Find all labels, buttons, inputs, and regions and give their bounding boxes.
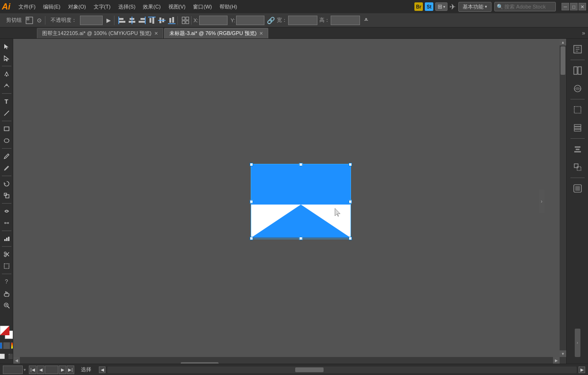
scroll-track-v[interactable] — [560, 45, 566, 350]
tabs-collapse-icon[interactable]: » — [579, 30, 588, 36]
close-button[interactable]: ✕ — [579, 3, 586, 10]
svg-rect-11 — [149, 18, 151, 23]
direct-selection-tool-btn[interactable] — [0, 53, 13, 64]
warp-tool-btn[interactable] — [0, 205, 13, 217]
menu-item-select[interactable]: 选择(S) — [115, 2, 139, 11]
rotate-tool-btn[interactable] — [0, 178, 13, 189]
menu-item-view[interactable]: 视图(V) — [165, 2, 189, 11]
scroll-right-btn[interactable]: ▶ — [553, 357, 560, 364]
svg-point-24 — [6, 75, 7, 77]
ellipse-tool-btn[interactable] — [0, 135, 13, 146]
isolate-group-icon[interactable]: ⊙ — [35, 16, 44, 25]
status-scroll-thumb[interactable] — [295, 367, 324, 372]
pencil-tool-btn[interactable] — [0, 151, 13, 162]
draw-behind-icon[interactable]: ⬛ — [7, 352, 13, 360]
scissors-tool-btn[interactable] — [0, 249, 13, 260]
width-input[interactable]: 268.976 — [288, 16, 317, 25]
scroll-left-btn[interactable]: ◀ — [13, 357, 20, 364]
menu-item-help[interactable]: 帮助(H) — [216, 2, 240, 11]
tab-file1-close[interactable]: ✕ — [154, 31, 158, 36]
align-left-icon[interactable] — [118, 16, 126, 25]
nav-next-btn[interactable]: ▶ — [59, 366, 66, 374]
align-right-icon[interactable] — [138, 16, 146, 25]
scroll-thumb-v[interactable] — [561, 46, 565, 75]
align-top-icon[interactable] — [148, 16, 156, 25]
zoom-dropdown-icon[interactable]: ▾ — [24, 367, 26, 372]
menu-item-edit[interactable]: 编辑(E) — [40, 2, 64, 11]
type-tool-btn[interactable]: T — [0, 96, 13, 107]
blend-tool-btn[interactable] — [0, 217, 13, 229]
cut-group-icon[interactable] — [25, 16, 34, 25]
search-input[interactable] — [494, 2, 556, 11]
column-graph-btn[interactable] — [0, 233, 13, 244]
line-tool-btn[interactable] — [0, 107, 13, 119]
menu-item-window[interactable]: 窗口(W) — [190, 2, 215, 11]
send-icon[interactable]: ✈ — [449, 2, 456, 11]
selection-tool-btn[interactable] — [0, 41, 13, 52]
color-swatch-gray[interactable] — [3, 342, 10, 349]
panel-collapse-btn[interactable]: › — [539, 189, 544, 213]
menu-item-object[interactable]: 对象(O) — [65, 2, 89, 11]
scroll-down-btn[interactable]: ▼ — [560, 350, 566, 357]
y-input[interactable]: 421.306 — [236, 16, 264, 25]
panel-btn-transform[interactable] — [569, 159, 586, 176]
window-controls: ─ □ ✕ — [562, 3, 586, 10]
opacity-input[interactable]: 100% — [80, 16, 103, 25]
zoom-tool-btn[interactable] — [0, 300, 13, 311]
status-scroll-right[interactable]: ▶ — [579, 366, 585, 373]
rectangle-tool-btn[interactable] — [0, 123, 13, 134]
nav-prev-btn[interactable]: ◀ — [37, 366, 44, 374]
tab-file1[interactable]: 图帮主1422105.ai* @ 100% (CMYK/GPU 预览) ✕ — [37, 28, 163, 38]
draw-normal-icon[interactable]: ⬜ — [0, 352, 6, 360]
menu-item-effect[interactable]: 效果(C) — [140, 2, 164, 11]
scroll-thumb-h[interactable] — [181, 362, 219, 364]
opacity-more-icon[interactable]: ▶ — [104, 16, 113, 25]
status-scroll-track[interactable] — [107, 366, 577, 373]
pen-tool-btn[interactable] — [0, 68, 13, 80]
nav-first-btn[interactable]: |◀ — [29, 366, 36, 374]
brush-tool-btn[interactable] — [0, 162, 13, 174]
panel-btn-libraries[interactable] — [569, 62, 586, 79]
question-btn[interactable]: ? — [0, 276, 13, 287]
menu-item-text[interactable]: 文字(T) — [90, 2, 114, 11]
bridge-icon[interactable]: Br — [414, 2, 423, 11]
panel-btn-appearance[interactable] — [569, 80, 586, 97]
x-input[interactable]: 297.601 — [199, 16, 228, 25]
scroll-up-btn[interactable]: ▲ — [560, 39, 566, 45]
tab-file2-close[interactable]: ✕ — [259, 31, 263, 36]
minimize-button[interactable]: ─ — [562, 3, 569, 10]
panel-btn-properties[interactable] — [569, 41, 586, 58]
align-center-icon[interactable] — [128, 16, 136, 25]
constrain-icon[interactable] — [362, 16, 370, 25]
scale-tool-btn[interactable] — [0, 190, 13, 201]
align-bottom-icon[interactable] — [167, 16, 176, 25]
stock-icon[interactable]: St — [425, 2, 433, 11]
fill-color-box[interactable] — [0, 326, 9, 335]
hand-tool-btn[interactable] — [0, 288, 13, 299]
panel-btn-align[interactable] — [569, 141, 586, 158]
tool-separator-6 — [2, 203, 11, 204]
panel-collapse-handle[interactable]: › — [575, 329, 580, 357]
status-scroll-left[interactable]: ◀ — [99, 366, 105, 373]
zoom-input[interactable]: 76% — [3, 366, 23, 374]
link-proportions-icon[interactable]: 🔗 — [266, 16, 275, 25]
tab-file2[interactable]: 未标题-3.ai* @ 76% (RGB/GPU 预览) ✕ — [164, 28, 268, 38]
artwork-svg[interactable] — [251, 164, 351, 238]
grid-icon[interactable] — [181, 16, 190, 25]
color-swatch-blue[interactable] — [0, 342, 2, 349]
restore-button[interactable]: □ — [570, 3, 578, 10]
height-input[interactable]: 192.615 — [331, 16, 360, 25]
workspace-chevron-icon: ▾ — [485, 4, 487, 9]
workspace-button[interactable]: 基本功能 ▾ — [458, 2, 491, 12]
panel-btn-artboards[interactable] — [569, 101, 586, 118]
align-middle-icon[interactable] — [158, 16, 166, 25]
menu-item-file[interactable]: 文件(F) — [15, 2, 39, 11]
artboard-tool-btn[interactable] — [0, 260, 13, 272]
curvature-tool-btn[interactable] — [0, 80, 13, 91]
panel-btn-layers[interactable] — [569, 119, 586, 136]
search-icon: 🔍 — [497, 4, 503, 10]
nav-last-btn[interactable]: ▶| — [67, 366, 74, 374]
page-input[interactable]: 1 — [45, 366, 58, 374]
panel-btn-cc-libraries[interactable] — [569, 180, 586, 197]
grid-view-btn[interactable]: ⊞ ▾ — [435, 2, 448, 11]
